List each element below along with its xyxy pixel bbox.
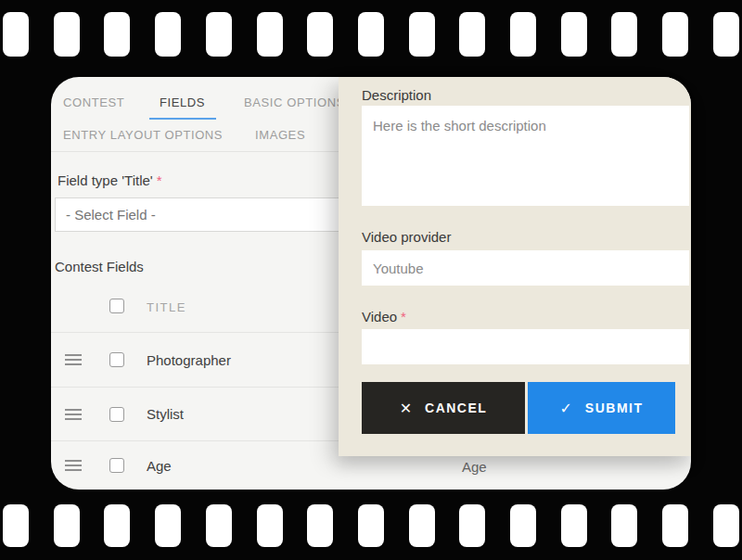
film-strip-frame: CONTEST FIELDS BASIC OPTIONS ENTRY LAYOU… [0, 0, 742, 560]
field-type-label-text: Field type 'Title' [58, 172, 153, 188]
film-sprocket-hole [155, 504, 181, 547]
film-sprocket-hole [409, 12, 435, 57]
film-sprocket-hole [206, 504, 232, 547]
film-sprocket-hole [713, 12, 739, 57]
video-label: Video* [362, 309, 406, 325]
active-tab-underline [149, 118, 216, 120]
drag-handle-icon[interactable] [65, 409, 82, 420]
film-sprocket-hole [104, 504, 130, 547]
tab-contest[interactable]: CONTEST [63, 95, 124, 109]
row-checkbox[interactable] [109, 458, 124, 473]
row-label: Photographer [147, 352, 231, 368]
film-sprocket-hole [611, 12, 637, 57]
film-sprocket-hole [662, 504, 688, 547]
video-provider-input[interactable] [362, 250, 689, 286]
film-sprocket-hole [510, 504, 536, 547]
field-type-label: Field type 'Title'* [58, 172, 162, 188]
film-sprocket-hole [3, 504, 29, 547]
close-icon: ✕ [400, 400, 412, 417]
required-asterisk: * [157, 172, 162, 188]
row-label: Age [147, 458, 172, 474]
video-label-text: Video [362, 309, 397, 325]
video-provider-label: Video provider [362, 229, 451, 245]
title-column-header: TITLE [147, 300, 186, 314]
film-sprocket-hole [54, 504, 80, 547]
film-sprocket-hole [3, 12, 29, 57]
film-sprocket-hole [611, 504, 637, 547]
description-label: Description [362, 87, 431, 103]
select-all-checkbox[interactable] [109, 299, 124, 313]
submit-button[interactable]: ✓ SUBMIT [528, 382, 675, 434]
film-sprocket-hole [155, 12, 181, 57]
tab-images[interactable]: IMAGES [255, 128, 305, 142]
row-checkbox[interactable] [109, 352, 124, 367]
checkmark-icon: ✓ [559, 400, 571, 417]
video-input[interactable] [362, 329, 689, 364]
description-textarea[interactable]: Here is the short description [362, 106, 689, 206]
required-asterisk: * [401, 309, 406, 325]
film-sprocket-hole [459, 504, 485, 547]
film-sprocket-hole [358, 12, 384, 57]
film-strip-top [3, 12, 739, 57]
film-sprocket-hole [307, 12, 333, 57]
film-sprocket-hole [104, 12, 130, 57]
film-sprocket-hole [561, 12, 587, 57]
film-sprocket-hole [206, 12, 232, 57]
film-sprocket-hole [54, 12, 80, 57]
film-sprocket-hole [561, 504, 587, 547]
drag-handle-icon[interactable] [65, 354, 82, 365]
age-field-value-cell: Age [462, 459, 487, 475]
cancel-button-label: CANCEL [425, 401, 487, 415]
film-sprocket-hole [510, 12, 536, 57]
film-sprocket-hole [713, 504, 739, 547]
contest-fields-heading: Contest Fields [55, 259, 144, 274]
film-sprocket-hole [459, 12, 485, 57]
edit-field-modal: Description Here is the short descriptio… [339, 77, 691, 456]
film-sprocket-hole [257, 504, 283, 547]
film-sprocket-hole [307, 504, 333, 547]
submit-button-label: SUBMIT [585, 401, 644, 415]
row-label: Stylist [147, 406, 184, 422]
film-sprocket-hole [257, 12, 283, 57]
tab-entry-layout-options[interactable]: ENTRY LAYOUT OPTIONS [63, 128, 223, 142]
cancel-button[interactable]: ✕ CANCEL [362, 382, 525, 434]
tab-fields[interactable]: FIELDS [160, 95, 205, 109]
film-sprocket-hole [409, 504, 435, 547]
row-checkbox[interactable] [109, 407, 124, 422]
tab-basic-options[interactable]: BASIC OPTIONS [244, 95, 345, 109]
film-sprocket-hole [358, 504, 384, 547]
film-sprocket-hole [662, 12, 688, 57]
film-strip-bottom [3, 504, 739, 547]
drag-handle-icon[interactable] [65, 460, 82, 471]
